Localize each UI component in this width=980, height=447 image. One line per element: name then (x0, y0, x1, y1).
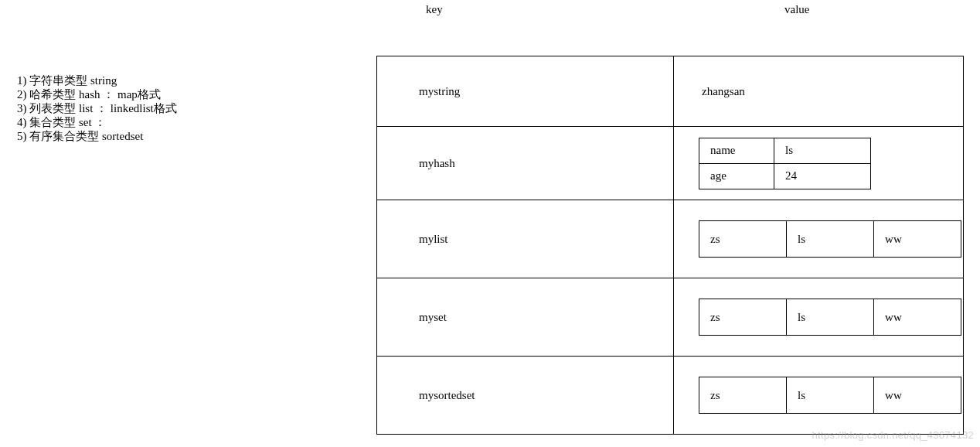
list-item: 3) 列表类型 list ： linkedlist格式 (17, 101, 177, 115)
list-cell: zs (699, 299, 787, 336)
list-cell: ls (787, 221, 874, 258)
hash-value: ls (774, 138, 871, 163)
value-cell: zs ls ww (674, 278, 964, 357)
value-cell: zs ls ww (674, 200, 964, 278)
list-item: 1) 字符串类型 string (17, 73, 177, 87)
list-cell: ww (874, 377, 961, 414)
list-item: 5) 有序集合类型 sortedset (17, 129, 177, 143)
table-row: mylist zs ls ww (377, 200, 964, 278)
list-item: 2) 哈希类型 hash ： map格式 (17, 87, 177, 101)
watermark-text: https://blog.csdn.net/qq_43674132 (812, 429, 974, 441)
key-cell: myhash (377, 127, 674, 200)
table-row: myset zs ls ww (377, 278, 964, 357)
list-item: 4) 集合类型 set ： (17, 115, 177, 129)
value-cell: name ls age 24 (674, 127, 964, 200)
set-inner-table: zs ls ww (699, 299, 961, 336)
list-cell: zs (699, 221, 787, 258)
hash-key: age (699, 163, 774, 189)
list-cell: ww (874, 221, 961, 258)
key-cell: myset (377, 278, 674, 357)
list-cell: ls (787, 299, 874, 336)
hash-key: name (699, 138, 774, 163)
value-cell: zs ls ww (674, 357, 964, 435)
list-row: zs ls ww (699, 221, 961, 258)
key-cell: mystring (377, 56, 674, 127)
value-cell: zhangsan (674, 56, 964, 127)
hash-pair-row: name ls (699, 138, 871, 163)
table-row: myhash name ls age 24 (377, 127, 964, 200)
list-row: zs ls ww (699, 377, 961, 414)
redis-types-table: mystring zhangsan myhash name ls age 24 … (376, 56, 964, 435)
list-cell: zs (699, 377, 787, 414)
table-row: mystring zhangsan (377, 56, 964, 127)
sortedset-inner-table: zs ls ww (699, 377, 961, 414)
list-cell: ls (787, 377, 874, 414)
hash-inner-table: name ls age 24 (699, 138, 871, 189)
data-type-list: 1) 字符串类型 string 2) 哈希类型 hash ： map格式 3) … (17, 73, 177, 143)
header-value-label: value (784, 3, 809, 16)
list-row: zs ls ww (699, 299, 961, 336)
hash-value: 24 (774, 163, 871, 189)
header-key-label: key (426, 3, 443, 16)
list-cell: ww (874, 299, 961, 336)
hash-pair-row: age 24 (699, 163, 871, 189)
table-row: mysortedset zs ls ww (377, 357, 964, 435)
key-cell: mylist (377, 200, 674, 278)
list-inner-table: zs ls ww (699, 220, 961, 258)
key-cell: mysortedset (377, 357, 674, 435)
